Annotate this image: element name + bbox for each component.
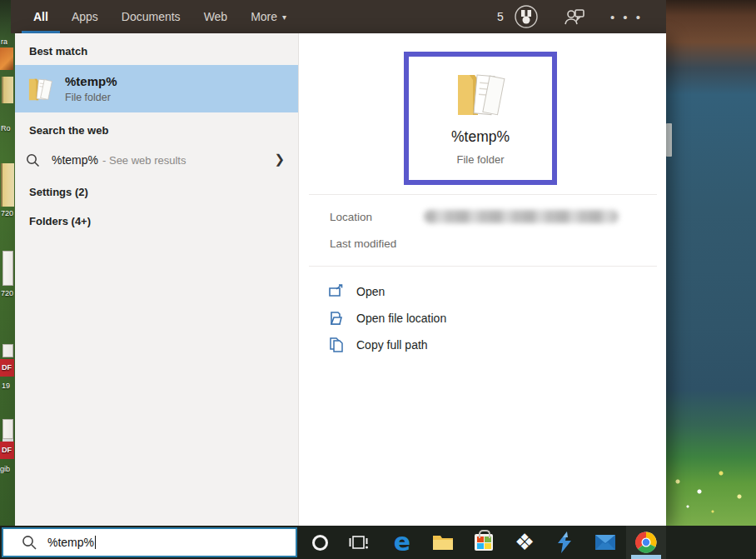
active-app-indicator (631, 555, 661, 559)
preview-title: %temp% (451, 128, 510, 146)
action-copy-full-path[interactable]: Copy full path (329, 335, 428, 355)
file-folder-large-icon (453, 70, 508, 120)
annotation-highlight-box: %temp% File folder (404, 52, 557, 185)
tab-more-label: More (251, 10, 277, 23)
action-copy-full-path-label: Copy full path (356, 338, 428, 352)
desktop-icon-fragment-label: Ro (1, 124, 11, 132)
open-icon (329, 284, 345, 299)
desktop-icon-fragment-label: ra (1, 37, 7, 46)
desktop-icon-fragment (666, 123, 672, 157)
tab-web[interactable]: Web (204, 0, 228, 33)
search-flyout: Best match %temp% File folder Search the… (15, 33, 666, 526)
folder-open-icon (329, 311, 345, 326)
last-modified-label: Last modified (330, 237, 396, 250)
location-value-redacted (424, 210, 619, 223)
desktop-icon-fragment (0, 47, 13, 70)
tab-all[interactable]: All (33, 0, 48, 33)
desktop-icon-fragment-label: 720 (1, 209, 13, 217)
desktop-icon-fragment-label: 720 (1, 289, 13, 297)
search-icon (22, 535, 37, 550)
cortana-button[interactable] (303, 526, 336, 559)
feedback-button[interactable] (560, 2, 589, 31)
desktop-icon-fragment (1, 163, 14, 207)
file-explorer-icon (432, 533, 454, 552)
action-open-file-location-label: Open file location (356, 312, 446, 325)
best-match-result[interactable]: %temp% File folder (15, 65, 298, 112)
web-result-query: %temp% (52, 153, 98, 167)
action-open-label: Open (356, 285, 385, 298)
chevron-down-icon: ▾ (282, 12, 286, 22)
edge-icon: e (394, 530, 410, 555)
group-settings-label: Settings (2) (29, 186, 88, 198)
taskbar-search-box[interactable]: %temp% (2, 527, 297, 557)
group-settings[interactable]: Settings (2) (15, 178, 298, 205)
mail-icon (594, 533, 616, 552)
tab-apps[interactable]: Apps (72, 0, 98, 33)
search-filter-tabs: All Apps Documents Web More ▾ (33, 0, 286, 33)
more-options-icon[interactable]: • • • (610, 10, 643, 24)
action-open-file-location[interactable]: Open file location (329, 308, 446, 328)
rewards-button[interactable]: 5 (497, 2, 540, 31)
web-result-suffix: - See web results (102, 154, 186, 167)
task-view-icon (349, 533, 369, 552)
desktop-icon-fragment (2, 251, 13, 286)
cortana-icon (312, 535, 328, 551)
search-preview-panel: %temp% File folder Location Last modifie… (298, 33, 666, 526)
group-folders[interactable]: Folders (4+) (15, 207, 298, 234)
web-search-result[interactable]: %temp% - See web results ❯ (15, 144, 298, 176)
copy-icon (329, 337, 345, 352)
file-explorer-button[interactable] (423, 526, 463, 559)
tab-all-label: All (33, 10, 48, 23)
windows-search-screen: ra Ro 720 720 DF 19 DF gib All Apps Docu… (0, 0, 756, 559)
flash-app-button[interactable] (545, 526, 584, 559)
topbar-right-controls: 5 • • • (497, 2, 643, 31)
desktop-wallpaper-left: ra Ro 720 720 DF 19 DF gib (0, 0, 15, 526)
best-match-header: Best match (15, 33, 298, 57)
chevron-right-icon[interactable]: ❯ (274, 152, 285, 167)
rewards-count: 5 (497, 10, 504, 23)
dropbox-button[interactable]: ❖ (505, 526, 545, 559)
chrome-icon (635, 532, 657, 553)
chrome-button[interactable] (626, 526, 666, 559)
store-button[interactable] (464, 526, 504, 559)
action-open[interactable]: Open (329, 282, 385, 302)
desktop-icon-fragment-label: 19 (2, 382, 10, 390)
location-label: Location (330, 211, 372, 223)
desktop-icon-fragment: DF (0, 442, 14, 459)
store-icon (475, 534, 493, 551)
flash-app-icon (556, 532, 573, 553)
tab-apps-label: Apps (72, 10, 98, 23)
search-the-web-header: Search the web (15, 112, 298, 137)
best-match-text: %temp% File folder (65, 74, 117, 103)
tab-documents-label: Documents (122, 10, 181, 23)
search-results-panel: Best match %temp% File folder Search the… (15, 33, 298, 526)
desktop-icon-fragment (2, 344, 13, 357)
search-tabs-bar: All Apps Documents Web More ▾ 5 (11, 0, 666, 33)
text-cursor (95, 536, 96, 549)
tab-documents[interactable]: Documents (122, 0, 181, 33)
desktop-wallpaper-right (663, 0, 756, 526)
best-match-title: %temp% (65, 74, 117, 88)
taskbar-search-value: %temp% (47, 536, 94, 549)
group-folders-label: Folders (4+) (29, 215, 91, 227)
mail-button[interactable] (585, 526, 625, 559)
desktop-icon-fragment (2, 419, 13, 439)
preview-subtitle: File folder (456, 153, 504, 166)
search-icon (26, 153, 40, 167)
best-match-subtitle: File folder (65, 92, 117, 103)
divider (309, 266, 657, 267)
tab-web-label: Web (204, 10, 228, 23)
desktop-icon-fragment: DF (0, 359, 14, 377)
tab-more[interactable]: More ▾ (251, 0, 286, 33)
taskbar: %temp% e ❖ (0, 526, 756, 559)
divider (309, 194, 657, 195)
file-folder-icon (27, 76, 52, 102)
edge-button[interactable]: e (382, 526, 422, 559)
rewards-medal-icon (512, 2, 540, 31)
feedback-icon (564, 7, 585, 27)
task-view-button[interactable] (341, 526, 376, 559)
desktop-icon-fragment (2, 77, 13, 103)
dropbox-icon: ❖ (515, 532, 535, 554)
desktop-icon-fragment-label: gib (0, 465, 10, 473)
